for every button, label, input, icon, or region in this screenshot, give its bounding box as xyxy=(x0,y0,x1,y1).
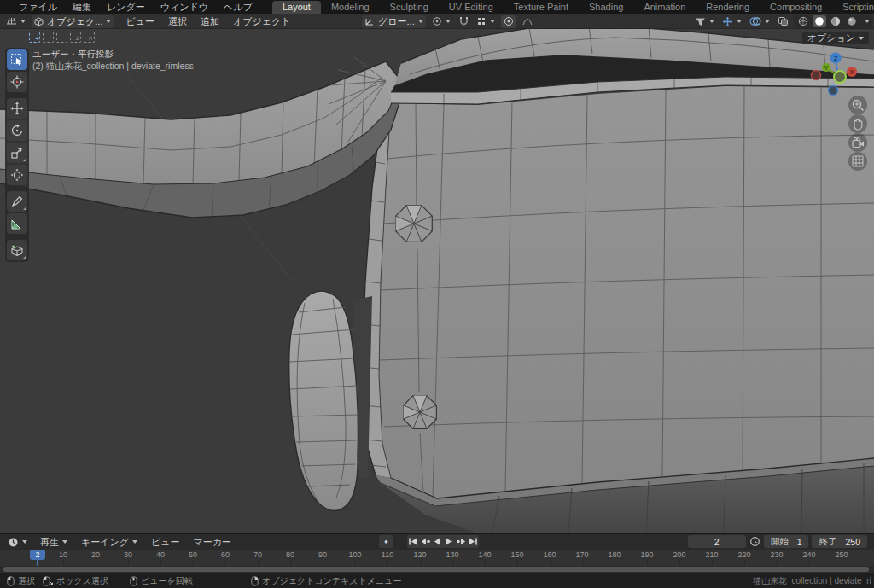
chevron-down-icon[interactable] xyxy=(865,20,870,23)
mode-selector[interactable]: オブジェク... xyxy=(32,15,114,28)
shading-rendered-button[interactable] xyxy=(845,15,859,27)
camera-view-button[interactable] xyxy=(848,133,867,152)
timeline-editor-type-button[interactable] xyxy=(5,536,30,549)
tool-cursor[interactable] xyxy=(7,72,27,92)
hint-box-select: ボックス選択 xyxy=(43,573,108,588)
camera-icon xyxy=(852,137,865,148)
playhead[interactable]: 2 xyxy=(30,550,45,560)
workspace-tab[interactable]: Layout xyxy=(272,1,321,14)
snap-target-selector[interactable] xyxy=(475,15,498,28)
jump-to-end-button[interactable] xyxy=(467,535,479,548)
timeline-horizontal-scrollbar[interactable] xyxy=(3,567,869,572)
editor-type-button[interactable] xyxy=(3,15,28,28)
ruler-tick-label: 210 xyxy=(705,550,718,559)
show-overlays-selector[interactable] xyxy=(747,15,772,28)
visibility-filter-selector[interactable] xyxy=(692,15,717,28)
prev-keyframe-button[interactable] xyxy=(419,535,431,548)
toggle-ortho-button[interactable] xyxy=(848,152,867,171)
material-sphere-icon xyxy=(830,16,841,26)
ruler-tick-label: 200 xyxy=(673,550,685,559)
filter-funnel-icon xyxy=(695,17,706,26)
end-frame-field[interactable]: 終了 250 xyxy=(812,535,867,548)
end-frame-label: 終了 xyxy=(819,536,836,548)
workspace-tab[interactable]: Compositing xyxy=(760,1,832,14)
svg-text:Y: Y xyxy=(824,65,829,71)
topbar-menu-item[interactable]: レンダー xyxy=(99,0,153,14)
workspace-tab[interactable]: Modeling xyxy=(321,1,380,14)
ruler-tick-label: 150 xyxy=(510,550,523,559)
workspace-tab[interactable]: Rendering xyxy=(696,1,760,14)
topbar-menu-item[interactable]: ファイル xyxy=(11,0,65,14)
timeline-ruler[interactable]: 10 20 30 40 50 60 70 xyxy=(0,550,874,566)
chevron-down-icon xyxy=(737,20,742,23)
ruler-tick-label: 220 xyxy=(737,550,750,559)
tool-transform[interactable] xyxy=(7,165,27,185)
tool-scale[interactable] xyxy=(7,143,27,163)
play-button[interactable] xyxy=(443,535,455,548)
viewport-menu-item[interactable]: ビュー xyxy=(119,15,161,28)
topbar-menu-item[interactable]: 編集 xyxy=(65,0,99,14)
auto-keying-button[interactable]: ● xyxy=(379,535,393,548)
select-mode-subtract-button[interactable]: − xyxy=(56,32,67,43)
play-reverse-button[interactable] xyxy=(431,535,443,548)
workspace-tab[interactable]: UV Editing xyxy=(439,1,504,14)
next-keyframe-button[interactable] xyxy=(455,535,467,548)
timeline-menu-item[interactable]: マーカー xyxy=(187,536,239,549)
timeline-menu-item[interactable]: ビュー xyxy=(144,536,187,549)
ruler-tick-label: 230 xyxy=(770,550,783,559)
current-frame-field[interactable]: 2 xyxy=(688,535,746,548)
eyeglasses-mesh xyxy=(0,29,874,533)
viewport-menu-item[interactable]: 選択 xyxy=(161,15,194,28)
transform-orientation-selector[interactable]: グロー... xyxy=(362,15,426,28)
shading-solid-button[interactable] xyxy=(813,15,826,27)
ruler-tick-label: 70 xyxy=(253,550,262,559)
viewport-menu-item[interactable]: オブジェクト xyxy=(226,15,298,28)
start-frame-value: 1 xyxy=(797,537,802,547)
timeline-menu-item[interactable]: 再生 xyxy=(33,536,74,549)
preview-range-clock-icon[interactable] xyxy=(749,536,760,547)
select-mode-extend-button[interactable]: + xyxy=(43,32,54,43)
start-frame-field[interactable]: 開始 1 xyxy=(764,535,809,548)
topbar-menus: ファイル編集レンダーウィンドウヘルプ xyxy=(11,0,260,14)
orientation-axes-icon xyxy=(364,17,375,26)
tool-select-box[interactable] xyxy=(7,49,27,70)
proportional-falloff-selector[interactable] xyxy=(520,15,535,28)
screw-bottom xyxy=(404,396,437,429)
tool-move[interactable] xyxy=(7,98,27,119)
select-mode-intersect-button[interactable]: ∩ xyxy=(84,32,95,43)
topbar-menu-item[interactable]: ヘルプ xyxy=(216,0,260,14)
workspace-tab[interactable]: Scripting xyxy=(832,1,874,14)
mouse-left-click-icon xyxy=(7,576,15,586)
workspace-tab[interactable]: Shading xyxy=(579,1,633,14)
proportional-editing-toggle[interactable] xyxy=(501,15,516,28)
pivot-point-selector[interactable] xyxy=(429,15,453,28)
jump-to-start-button[interactable] xyxy=(407,535,419,548)
blender-window: ファイル編集レンダーウィンドウヘルプ LayoutModelingSculpti… xyxy=(0,0,874,588)
workspace-tab[interactable]: Texture Paint xyxy=(504,1,579,14)
ruler-tick-label: 40 xyxy=(156,550,165,559)
tool-annotate[interactable] xyxy=(7,191,27,212)
select-mode-invert-button[interactable]: ± xyxy=(70,32,81,43)
viewport-3d[interactable]: ◂ + − ± ∩ ユーザー・平行投影 (2) 猫山来花_collection … xyxy=(0,29,874,533)
topbar-menu-item[interactable]: ウィンドウ xyxy=(153,0,216,14)
show-gizmo-selector[interactable] xyxy=(720,15,744,28)
viewport-menu-item[interactable]: 追加 xyxy=(194,15,226,28)
pan-view-button[interactable] xyxy=(848,114,867,133)
tool-rotate[interactable] xyxy=(7,120,27,141)
shading-wireframe-button[interactable] xyxy=(796,15,810,27)
zoom-view-button[interactable] xyxy=(848,96,867,114)
shading-material-button[interactable] xyxy=(829,15,842,27)
workspace-tab[interactable]: Sculpting xyxy=(380,1,439,14)
tool-measure[interactable] xyxy=(7,213,27,234)
select-mode-row: ◂ + − ± ∩ xyxy=(29,32,95,43)
ruler-tick-mark xyxy=(777,560,778,566)
tool-options-button[interactable]: オプション xyxy=(802,32,869,44)
xray-toggle[interactable] xyxy=(775,15,791,28)
ruler-tick-label: 60 xyxy=(221,550,230,559)
select-mode-new-button[interactable]: ◂ xyxy=(29,32,40,43)
timeline-menu-item[interactable]: キーイング xyxy=(74,536,144,549)
snap-toggle[interactable] xyxy=(457,15,471,28)
ruler-tick-label: 30 xyxy=(124,550,132,559)
workspace-tab[interactable]: Animation xyxy=(633,1,696,14)
tool-add-cube[interactable] xyxy=(7,240,27,260)
